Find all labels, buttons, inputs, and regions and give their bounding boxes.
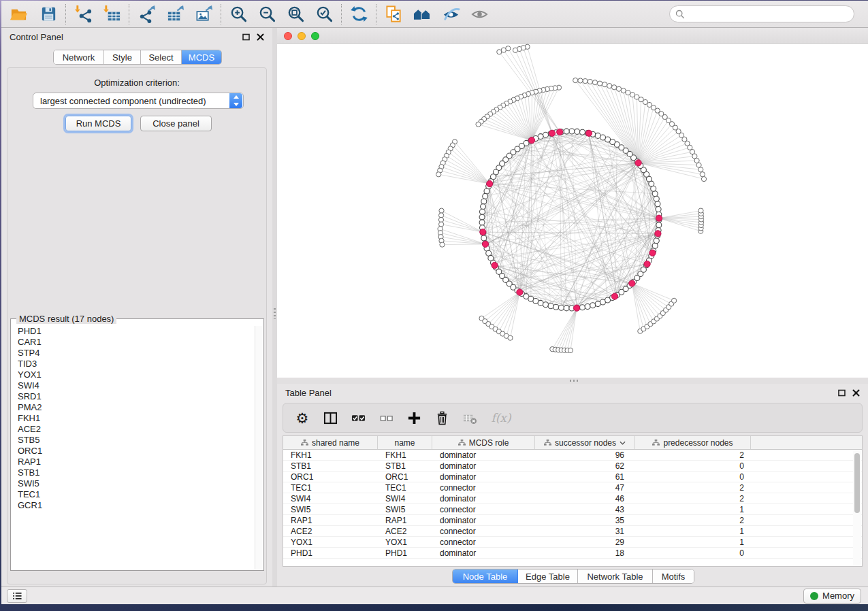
satellite-node[interactable] — [630, 93, 634, 97]
table-scrollbar[interactable] — [853, 450, 861, 566]
first-neighbors-button[interactable] — [411, 3, 434, 25]
satellite-node[interactable] — [513, 48, 517, 52]
satellite-node[interactable] — [700, 172, 705, 177]
mcds-hub-node[interactable] — [629, 280, 635, 286]
mcds-hub-node[interactable] — [611, 293, 617, 299]
zoom-in-button[interactable] — [227, 3, 250, 25]
search-field[interactable] — [669, 5, 854, 22]
table-cell[interactable]: 0 — [635, 461, 751, 472]
ring-node[interactable] — [564, 129, 569, 134]
tab-mcds[interactable]: MCDS — [182, 50, 221, 64]
table-cell[interactable]: 29 — [535, 537, 635, 548]
mcds-hub-node[interactable] — [649, 250, 656, 256]
ring-node[interactable] — [575, 129, 580, 134]
mcds-hub-node[interactable] — [480, 229, 486, 235]
table-row[interactable]: FKH1FKH1dominator962 — [283, 450, 862, 461]
table-cell[interactable]: RAP1 — [378, 515, 432, 526]
table-cell[interactable]: 2 — [635, 493, 751, 504]
ring-node[interactable] — [538, 300, 543, 306]
horizontal-splitter[interactable] — [277, 378, 868, 384]
ring-node[interactable] — [481, 235, 487, 241]
table-row[interactable]: SWI5SWI5connector431 — [283, 504, 862, 515]
ring-node[interactable] — [553, 304, 559, 310]
table-cell[interactable]: 31 — [535, 526, 635, 537]
table-cell[interactable]: TEC1 — [283, 482, 378, 493]
column-header-name[interactable]: name — [378, 436, 432, 449]
mcds-hub-node[interactable] — [635, 160, 641, 166]
network-graph[interactable] — [277, 44, 868, 378]
table-cell[interactable]: RAP1 — [283, 515, 378, 526]
mcds-hub-node[interactable] — [574, 305, 580, 311]
import-table-button[interactable] — [100, 3, 123, 25]
ring-node[interactable] — [548, 303, 553, 309]
satellite-node[interactable] — [568, 348, 573, 352]
mcds-result-item[interactable]: PHD1 — [12, 326, 254, 337]
mcds-result-item[interactable]: RAP1 — [12, 457, 254, 467]
mcds-hub-node[interactable] — [656, 215, 662, 221]
mcds-hub-node[interactable] — [482, 241, 488, 247]
mcds-result-item[interactable]: ORC1 — [12, 446, 254, 457]
table-row[interactable]: RAP1RAP1dominator352 — [283, 515, 862, 526]
table-cell[interactable]: connector — [432, 526, 535, 537]
ring-node[interactable] — [479, 220, 485, 225]
add-row-button[interactable] — [406, 410, 422, 426]
table-cell[interactable]: 2 — [635, 450, 751, 461]
ring-node[interactable] — [564, 306, 569, 311]
ring-node[interactable] — [654, 238, 659, 244]
mcds-result-item[interactable]: STB1 — [12, 467, 254, 478]
table-cell[interactable]: 46 — [535, 493, 635, 504]
satellite-node[interactable] — [573, 78, 578, 83]
ring-node[interactable] — [558, 305, 564, 310]
ring-node[interactable] — [483, 193, 488, 199]
table-row[interactable]: PHD1PHD1dominator180 — [283, 548, 862, 559]
table-row[interactable]: YOX1YOX1connector291 — [283, 537, 862, 548]
table-cell[interactable]: STB1 — [283, 461, 378, 472]
mcds-result-item[interactable]: YOX1 — [12, 369, 254, 380]
ring-node[interactable] — [479, 214, 485, 220]
ring-node[interactable] — [580, 129, 585, 135]
table-cell[interactable]: ACE2 — [283, 526, 378, 537]
satellite-node[interactable] — [592, 80, 597, 85]
network-view-canvas[interactable] — [277, 44, 868, 378]
select-all-rows-button[interactable] — [350, 410, 366, 426]
satellite-node[interactable] — [588, 79, 592, 84]
table-cell[interactable]: dominator — [432, 472, 535, 482]
mcds-hub-node[interactable] — [644, 261, 650, 267]
search-input[interactable] — [685, 7, 854, 21]
close-panel-icon[interactable] — [852, 389, 860, 397]
import-network-button[interactable] — [71, 3, 95, 25]
network-window-titlebar[interactable]: YPA_prune.txt_1 — [277, 29, 868, 44]
mcds-result-item[interactable]: STB5 — [12, 435, 254, 446]
mcds-result-item[interactable]: PMA2 — [12, 402, 254, 413]
tab-network-table[interactable]: Network Table — [578, 569, 653, 583]
table-cell[interactable]: dominator — [432, 515, 535, 526]
mcds-result-list[interactable]: PHD1CAR1STP4TID3YOX1SWI4SRD1PMA2FKH1ACE2… — [12, 326, 254, 569]
table-row[interactable]: STB1STB1dominator620 — [283, 461, 862, 472]
satellite-node[interactable] — [698, 208, 703, 213]
satellite-node[interactable] — [696, 163, 701, 167]
apply-function-button[interactable]: f(x) — [489, 410, 513, 426]
table-cell[interactable]: YOX1 — [283, 537, 378, 548]
tab-motifs[interactable]: Motifs — [653, 569, 694, 583]
ring-node[interactable] — [655, 201, 660, 207]
table-cell[interactable]: ORC1 — [283, 472, 378, 482]
ring-node[interactable] — [656, 207, 661, 212]
criterion-dropdown[interactable]: largest connected component (undirected) — [33, 93, 244, 109]
satellite-node[interactable] — [436, 172, 441, 177]
mcds-hub-node[interactable] — [528, 137, 534, 144]
column-header-mcds-role[interactable]: MCDS role — [432, 436, 535, 449]
table-cell[interactable]: 96 — [535, 450, 635, 461]
ring-node[interactable] — [652, 243, 658, 248]
satellite-node[interactable] — [626, 90, 630, 95]
table-settings-button[interactable]: ⚙ — [294, 410, 310, 426]
table-row[interactable]: TEC1TEC1connector472 — [283, 482, 862, 493]
mcds-result-item[interactable]: TEC1 — [12, 489, 254, 500]
delete-row-button[interactable] — [434, 410, 450, 426]
table-cell[interactable]: 1 — [635, 504, 751, 515]
table-cell[interactable]: 2 — [635, 482, 751, 493]
close-panel-icon[interactable] — [257, 33, 264, 41]
zoom-fit-button[interactable] — [284, 3, 307, 25]
table-cell[interactable]: dominator — [432, 493, 535, 504]
table-cell[interactable]: 35 — [535, 515, 635, 526]
table-cell[interactable]: 1 — [635, 537, 751, 548]
